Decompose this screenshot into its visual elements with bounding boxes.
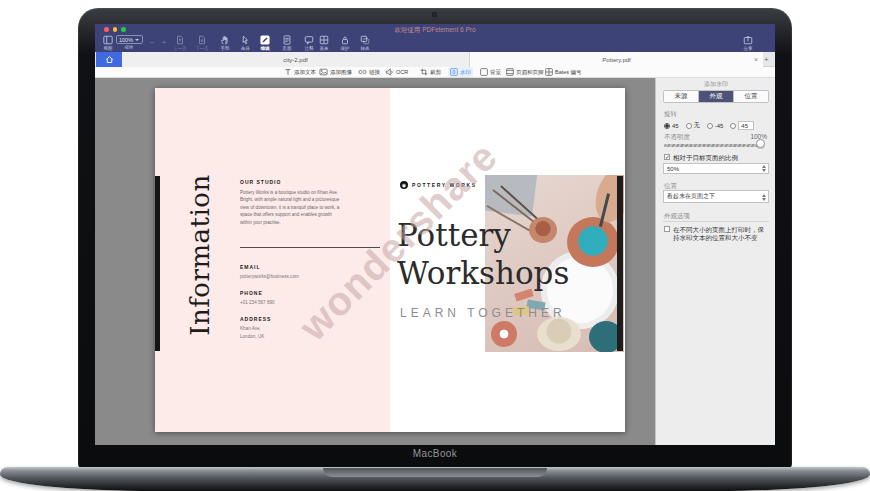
print-checkbox-label: 在不同大小的页面上打印时，保持水印文本的位置和大小不变 [673,226,768,242]
add-image-button[interactable]: 添加图像 [319,67,352,77]
scale-value: 50% [667,166,679,172]
select-cursor-icon [240,35,250,45]
email-label: EMAIL [240,264,261,270]
link-button[interactable]: 链接 [358,67,380,77]
pottery-works-logo-icon: ◉ [400,181,408,189]
convert-icon [360,35,370,45]
ribbon-item-label: OCR [396,69,408,75]
studio-paragraph: Pottery Works is a boutique studio on Kh… [240,189,340,226]
macbook-label: MacBook [78,448,792,459]
pdf-page-left: Information OUR STUDIO Pottery Works is … [155,88,390,432]
header-footer-button[interactable]: 页眉和页脚 [506,67,544,77]
watermark-button[interactable]: 水印 [448,67,473,77]
previous-page-icon [175,35,185,45]
tab-position[interactable]: 位置 [734,91,768,102]
webcam-dot [432,12,437,17]
panel-tabs: 来源 外观 位置 [663,90,769,103]
panel-header: 添加水印 [656,80,775,89]
home-tab-button[interactable] [96,52,122,67]
scale-checkbox[interactable]: ✓ [664,154,670,160]
brand-name: POTTERY WORKS [412,182,477,188]
edit-ribbon: 添加文本 添加图像 链接 OCR 裁剪 水印 [95,67,775,78]
phone-value: +01 234 567 890 [240,300,275,305]
convert-tool-button[interactable]: 转换 [352,35,378,51]
tab-label: Pottery.pdf [602,57,631,63]
toolbar-item-label: 选择 [241,46,250,51]
ribbon-item-label: 裁剪 [430,69,441,76]
divider-line [240,247,380,248]
share-icon [743,35,753,45]
scale-checkbox-row[interactable]: ✓ 相对于目标页面的比例 [664,154,738,163]
zoom-value: 100% [119,37,133,43]
email-value: potteryworks@business.com [240,274,299,279]
rotation-custom-input[interactable]: 45 [738,121,754,130]
next-page-icon [197,35,207,45]
add-text-button[interactable]: 添加文本 [284,67,316,77]
tab-pottery-pdf[interactable]: Pottery.pdf × [470,52,763,67]
toolbar-item-label: 缩放 [125,45,134,50]
form-icon [319,35,329,45]
tab-city-2-pdf[interactable]: city-2.pdf [122,52,470,67]
zoom-dropdown[interactable]: 100% 缩放 [115,35,143,50]
document-viewer[interactable]: Information OUR STUDIO Pottery Works is … [95,78,655,445]
opacity-slider-track[interactable] [664,144,762,147]
radio-custom[interactable] [730,123,736,129]
bates-numbering-button[interactable]: Bates 编号 [545,67,582,77]
radio-minus-45[interactable] [707,123,713,129]
pdf-page-spread[interactable]: Information OUR STUDIO Pottery Works is … [155,88,625,432]
position-value: 看起来在页面之下 [667,192,715,201]
scale-input[interactable]: 50% [663,163,769,174]
toolbar-item-label: 页面 [283,46,292,51]
edit-icon [260,35,270,45]
ocr-icon [385,68,394,76]
link-icon [358,68,367,76]
toolbar-item-label: 保护 [341,46,350,51]
title-line-1: Pottery [397,216,569,254]
position-dropdown[interactable]: 看起来在页面之下 [663,190,769,203]
address-line2: London, UK [240,334,264,339]
radio-45[interactable] [664,123,670,129]
phone-label: PHONE [240,290,263,296]
address-line1: Khan Ave, [240,326,261,331]
stepper-icon[interactable] [762,165,766,172]
home-icon [105,55,114,64]
ocr-button[interactable]: OCR [385,67,408,77]
panel-divider [663,221,769,222]
watermark-panel: 添加水印 来源 外观 位置 旋转 45 无 -45 45 不透明度 100% ✓… [655,78,775,445]
macbook-mockup: 欢迎使用 PDFelement 6 Pro 视图 100% 缩放 − + 上一页… [0,0,870,491]
macbook-base-notch [323,468,547,477]
address-label: ADDRESS [240,316,271,322]
toolbar-item-label: 手型 [221,46,230,51]
print-checkbox-row[interactable]: 在不同大小的页面上打印时，保持水印文本的位置和大小不变 [664,226,768,242]
window-title: 欢迎使用 PDFelement 6 Pro [95,26,775,33]
radio-none[interactable] [686,123,692,129]
background-button[interactable]: 背景 [480,67,501,77]
studio-heading: OUR STUDIO [240,179,281,185]
close-tab-icon[interactable]: × [754,56,758,63]
toolbar-item-label: 表单 [320,46,329,51]
rotation-label: 旋转 [664,110,677,119]
opacity-slider-knob[interactable] [756,139,765,148]
ribbon-item-label: 链接 [369,69,380,76]
zoom-out-button[interactable]: − [147,39,157,47]
scale-checkbox-label: 相对于目标页面的比例 [673,154,738,163]
new-tab-button[interactable]: + [764,55,769,64]
hand-icon [220,35,230,45]
ribbon-item-label: 添加图像 [330,69,352,76]
tab-appearance[interactable]: 外观 [699,91,734,102]
toolbar-item-label: 视图 [104,46,113,51]
print-checkbox[interactable] [664,226,670,232]
tab-source[interactable]: 来源 [664,91,699,102]
photo-teal-bowl [567,217,619,267]
radio-label: -45 [715,123,724,129]
dropdown-stepper-icon [762,194,766,201]
share-button[interactable]: 分享 [735,35,761,51]
toolbar-item-label: 下一页 [195,46,209,51]
radio-label: 45 [672,123,679,129]
crop-button[interactable]: 裁剪 [420,67,441,77]
photo-beige-bowl [537,317,581,351]
ribbon-item-label: 添加文本 [294,69,316,76]
add-image-icon [319,68,328,76]
left-accent-bar [155,176,160,351]
radio-label: 无 [694,121,700,130]
